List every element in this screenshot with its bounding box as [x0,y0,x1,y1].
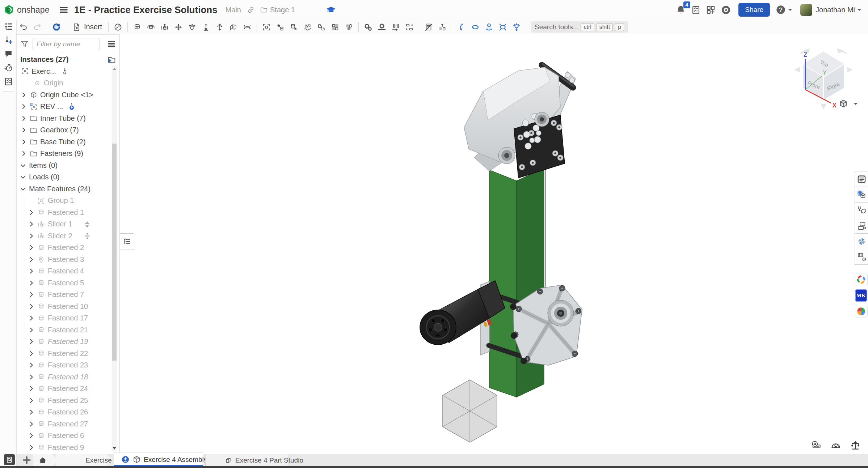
toolbar-button[interactable] [273,21,287,33]
user-menu-caret-icon[interactable] [855,5,864,14]
assembly-3d-model[interactable] [120,34,868,454]
tree-item[interactable]: Fastened 24 [17,383,112,395]
toolbar-button[interactable] [468,21,482,33]
tree-item[interactable]: Fastened 26 [17,407,112,418]
onshape-logo-icon[interactable] [4,4,14,15]
toolbar-button[interactable] [496,21,510,33]
tree-item[interactable]: Fastened 2 [17,242,112,254]
insert-button[interactable]: Insert [69,21,106,33]
chevron-right-icon[interactable] [28,374,35,380]
right-panel-button[interactable] [855,202,868,218]
measure-button[interactable] [810,439,822,451]
tree-item[interactable]: Fastened 21 [17,324,112,336]
toolbar-button[interactable] [422,21,435,33]
tree-item[interactable]: Inner Tube (7) [17,112,112,124]
chevron-right-icon[interactable] [28,421,35,427]
tree-item[interactable]: Origin [17,77,112,89]
app-pie-icon[interactable] [855,305,867,318]
chevron-right-icon[interactable] [20,115,27,122]
toolbar-button[interactable] [342,21,356,33]
tree-item[interactable]: Slider 1 [17,218,112,230]
chevron-right-icon[interactable] [20,139,27,145]
toolbar-button[interactable] [260,21,273,33]
document-tab[interactable]: Exercise 4 - Tel [56,454,113,467]
right-panel-button[interactable] [855,218,868,234]
right-panel-button[interactable] [855,233,868,249]
panel-scrollbar[interactable] [112,66,117,451]
chevron-right-icon[interactable] [28,233,35,239]
view-options-button[interactable] [838,99,860,109]
filter-icon[interactable] [20,40,29,48]
tree-item[interactable]: Base Tube (2) [17,136,112,148]
user-name[interactable]: Jonathan Mi [816,6,855,14]
chevron-right-icon[interactable] [28,303,35,310]
tree-item[interactable]: Mate Features (24) [17,183,112,195]
chevron-right-icon[interactable] [28,315,35,322]
toolbar-button[interactable] [287,21,301,33]
scroll-thumb[interactable] [112,144,117,361]
chevron-right-icon[interactable] [20,103,27,110]
right-panel-button[interactable] [855,187,868,203]
toolbar-button[interactable] [144,21,158,33]
stage-label[interactable]: Stage 1 [270,6,295,14]
chevron-down-icon[interactable] [20,174,26,180]
toolbar-button[interactable] [199,21,213,33]
tree-item[interactable]: Fastened 25 [17,395,112,407]
strip-button[interactable] [0,75,17,88]
toolbar-button[interactable] [158,21,172,33]
chevron-right-icon[interactable] [28,327,35,333]
chevron-right-icon[interactable] [28,244,35,251]
toolbar-button[interactable] [482,21,496,33]
panel-toggle-tab[interactable] [120,233,134,250]
chevron-right-icon[interactable] [20,150,27,157]
top-bracket-assembly[interactable] [464,64,576,178]
tree-item[interactable]: Fastened 22 [17,348,112,359]
chevron-right-icon[interactable] [28,268,35,275]
strip-button[interactable] [0,20,17,33]
tree-item[interactable]: Group 1 [17,195,112,207]
chevron-right-icon[interactable] [28,350,35,357]
home-tab[interactable] [33,454,58,467]
chevron-right-icon[interactable] [20,127,27,133]
tree-item[interactable]: Fastened 18 [17,371,112,383]
tree-item[interactable]: Fastened 4 [17,265,112,277]
tree-item[interactable]: REV ... [17,101,112,113]
toolbar-button[interactable] [30,21,44,33]
tree-item[interactable]: Fastened 3 [17,254,112,265]
toolbar-button[interactable] [130,21,144,33]
workspace-name[interactable]: Main [226,6,241,14]
toolbar-button[interactable] [172,21,185,33]
share-button[interactable]: Share [738,3,770,17]
tree-item[interactable]: Fastened 10 [17,301,112,312]
toolbar-button[interactable] [361,21,375,33]
app-colorwheel-icon[interactable] [855,273,867,286]
toolbar-button[interactable] [213,21,227,33]
measure-button[interactable] [849,439,861,451]
toolbar-button[interactable] [510,21,523,33]
toolbar-button[interactable] [50,21,63,33]
chevron-right-icon[interactable] [28,432,35,439]
toolbar-button[interactable] [185,21,199,33]
chevron-right-icon[interactable] [28,409,35,416]
app-mk-icon[interactable]: MK [855,289,867,302]
chevron-right-icon[interactable] [28,397,35,404]
education-cap-icon[interactable] [326,5,336,15]
notifications-button[interactable]: 4 [676,5,686,15]
document-tab[interactable]: Exercise 4 Assembly [114,452,203,467]
tree-item[interactable]: Fastened 19 [17,336,112,348]
toolbar-button[interactable] [389,21,403,33]
tree-item[interactable]: Items (0) [17,159,112,171]
tree-item[interactable]: Fastened 6 [17,430,112,442]
origin-cube[interactable] [443,380,497,442]
list-view-button[interactable] [107,40,116,48]
chevron-right-icon[interactable] [28,256,35,263]
tree-item[interactable]: Gearbox (7) [17,124,112,136]
chevron-down-icon[interactable] [20,186,26,192]
right-panel-button[interactable] [855,249,868,265]
tasks-button[interactable] [691,5,701,15]
toolbar-button[interactable] [375,21,389,33]
tree-item[interactable]: Fastened 27 [17,418,112,430]
toolbar-button[interactable] [240,21,254,33]
chevron-right-icon[interactable] [28,209,35,216]
chevron-right-icon[interactable] [28,221,35,227]
